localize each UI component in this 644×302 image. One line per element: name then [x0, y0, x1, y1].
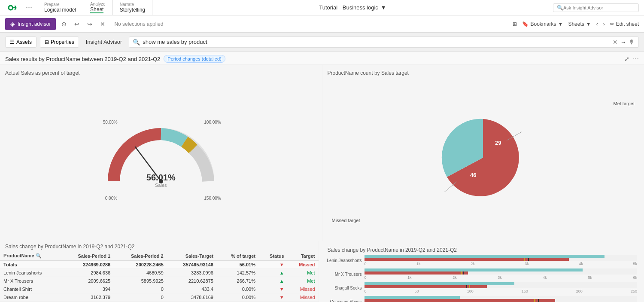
svg-text:46: 46 — [470, 172, 476, 178]
toolbar-icons: ⊙ ↩ ↪ ✕ — [59, 19, 107, 29]
app-title[interactable]: Tutorial - Business logic ▼ — [319, 4, 386, 11]
nav-narrate-label: Narrate — [120, 2, 145, 7]
totals-p2: 200228.2465 — [114, 261, 167, 269]
assets-icon: ☰ — [10, 39, 15, 45]
sheets-button[interactable]: Sheets ▼ — [568, 21, 591, 27]
bar-row: Conserve Shoes 05001k1.5k2k2.5k3k — [326, 296, 638, 302]
totals-name: Totals — [0, 261, 61, 269]
search-input-wrap[interactable]: 🔍 ✕ → 🎙 — [129, 37, 639, 48]
bar-axis: 01k2k3k4k5k6k — [365, 275, 638, 280]
col-status: Status — [259, 251, 288, 261]
table-row: Chantell Shirt3940433.40.00%▼Missed — [0, 285, 319, 293]
bar-axis: 050100150200250 — [365, 289, 638, 293]
bar-axis: 01k2k3k4k5k — [365, 262, 638, 266]
col-search-icon[interactable]: 🔍 — [36, 253, 42, 258]
totals-status: Missed — [288, 261, 319, 269]
toolbar: ◈ Insight advisor ⊙ ↩ ↪ ✕ No selections … — [0, 15, 644, 33]
nav-narrate-sub: Storytelling — [120, 7, 145, 13]
qlik-logo — [5, 3, 19, 12]
col-pct: % of target — [217, 251, 259, 261]
more-icon[interactable]: ⋯ — [633, 55, 639, 62]
bar-chart-section: Sales change by ProductName in 2019-Q2 a… — [319, 241, 644, 302]
gauge-value: 56.01% — [146, 173, 176, 183]
missed-label: Missed target — [332, 218, 360, 223]
nav-center: Tutorial - Business logic ▼ — [152, 4, 553, 11]
search-clear-icon[interactable]: ✕ — [613, 39, 618, 46]
selection-text: No selections applied — [114, 21, 163, 27]
edit-sheet-button[interactable]: ✏ Edit sheet — [610, 21, 639, 27]
bar-row: Lenin Jeansshorts 01k2k3k4k5k — [326, 255, 638, 266]
nav-prepare[interactable]: Prepare Logical model — [37, 0, 83, 15]
sales-table: ProductName 🔍 Sales-Period 1 Sales-Perio… — [0, 251, 319, 302]
col-target2: Target — [288, 251, 319, 261]
table-section: Sales change by ProductName in 2019-Q2 a… — [0, 241, 319, 302]
clear-icon[interactable]: ✕ — [98, 19, 107, 29]
bar-chart-title: Sales change by ProductName in 2019-Q2 a… — [322, 244, 641, 255]
gauge-container: 56.01% Sales 0.00% 50.00% 100.00% 150.00… — [5, 79, 317, 236]
period-badge: Period changes (detailed) — [164, 55, 225, 63]
more-options-icon[interactable]: ··· — [26, 3, 32, 12]
search-input[interactable] — [143, 39, 610, 45]
top-nav: ··· Prepare Logical model Analyze Sheet … — [0, 0, 644, 15]
nav-right: 🔍 — [553, 3, 639, 12]
charts-area: Actual Sales as percent of target — [0, 65, 644, 241]
gauge-label-150: 150.00% — [204, 196, 221, 201]
totals-p1: 324969.0286 — [61, 261, 114, 269]
table-header-row: ProductName 🔍 Sales-Period 1 Sales-Perio… — [0, 251, 319, 261]
bottom-area: Sales change by ProductName in 2019-Q2 a… — [0, 241, 644, 302]
bar-label: Mr X Trousers — [326, 272, 365, 277]
grid-icon[interactable]: ⊞ — [513, 21, 517, 27]
properties-button[interactable]: ⊟ Properties — [40, 37, 79, 48]
pie-container: 46 29 Met target Missed target — [328, 79, 639, 236]
pie-chart: ProductName count by Sales target 46 29 … — [322, 65, 644, 241]
totals-target: 357465.93146 — [167, 261, 217, 269]
gauge-label-100: 100.00% — [204, 120, 221, 125]
pie-title: ProductName count by Sales target — [328, 70, 639, 76]
nav-next-icon[interactable]: › — [603, 21, 605, 27]
bookmarks-button[interactable]: 🔖 Bookmarks ▼ — [522, 21, 563, 27]
gauge-label-0: 0.00% — [105, 196, 117, 201]
nav-prepare-label: Prepare — [44, 2, 76, 7]
gauge-title: Actual Sales as percent of target — [5, 70, 317, 76]
results-title: Sales results by ProductName between 201… — [5, 56, 160, 62]
back-icon[interactable]: ↩ — [72, 19, 82, 29]
totals-arrow: ▼ — [259, 261, 288, 269]
search-go-icon[interactable]: → — [620, 39, 626, 46]
insight-advisor-button[interactable]: ◈ Insight advisor — [5, 18, 56, 30]
table-row-totals: Totals 324969.0286 200228.2465 357465.93… — [0, 261, 319, 269]
forward-icon[interactable]: ↪ — [85, 19, 94, 29]
expand-icon[interactable]: ⤢ — [624, 55, 629, 62]
gauge-chart: Actual Sales as percent of target — [0, 65, 322, 241]
col-productname: ProductName 🔍 — [0, 251, 61, 261]
gauge-svg — [101, 115, 221, 201]
ask-insight-search[interactable]: 🔍 — [553, 3, 639, 12]
table-row: Lenin Jeansshorts2984.6364680.593283.099… — [0, 269, 319, 277]
insight-label: Insight advisor — [18, 21, 51, 27]
bar-row: Shagall Socks 050100150200250 — [326, 282, 638, 293]
pie-svg: 46 29 — [423, 102, 543, 214]
svg-text:29: 29 — [495, 140, 501, 146]
selections-icon[interactable]: ⊙ — [59, 19, 69, 29]
insight-icon: ◈ — [10, 21, 15, 27]
nav-analyze-label: Analyze — [90, 2, 106, 6]
col-target: Sales-Target — [167, 251, 217, 261]
nav-prev-icon[interactable]: ‹ — [596, 21, 598, 27]
gauge-sub: Sales — [146, 183, 176, 188]
search-mic-icon[interactable]: 🎙 — [629, 39, 635, 46]
table-title: Sales change by ProductName in 2019-Q2 a… — [0, 241, 319, 251]
bar-label: Shagall Socks — [326, 286, 365, 290]
results-header: Sales results by ProductName between 201… — [0, 52, 644, 65]
ask-insight-input[interactable] — [563, 5, 635, 10]
col-sales-p1: Sales-Period 1 — [61, 251, 114, 261]
nav-analyze-sub: Sheet — [90, 6, 106, 13]
bar-label: Conserve Shoes — [326, 299, 365, 302]
nav-analyze[interactable]: Analyze Sheet — [83, 0, 113, 15]
nav-narrate[interactable]: Narrate Storytelling — [113, 0, 152, 15]
search-icon: 🔍 — [557, 5, 563, 11]
col-sales-p2: Sales-Period 2 — [114, 251, 167, 261]
assets-button[interactable]: ☰ Assets — [5, 37, 36, 48]
bar-track — [365, 268, 638, 275]
bar-label: Lenin Jeansshorts — [326, 258, 365, 263]
table-row: Dream robe3162.37903478.61690.00%▼Missed — [0, 293, 319, 302]
met-label: Met target — [613, 101, 635, 106]
